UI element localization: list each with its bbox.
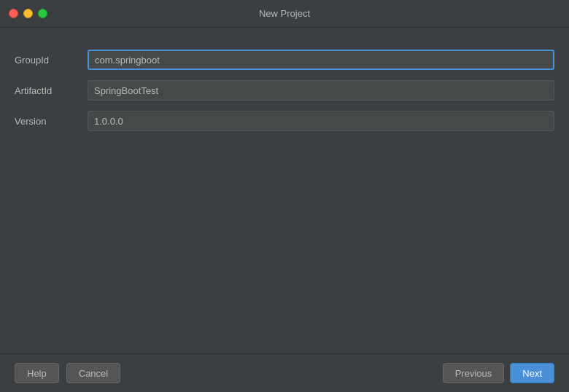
groupid-input[interactable] <box>88 50 554 70</box>
footer-left: Help Cancel <box>15 363 120 383</box>
groupid-label: GroupId <box>15 55 80 66</box>
help-button[interactable]: Help <box>15 363 59 383</box>
window-title: New Project <box>259 8 310 19</box>
artifactid-row: ArtifactId <box>15 80 554 101</box>
version-label: Version <box>15 116 80 127</box>
traffic-lights <box>9 9 47 18</box>
footer: Help Cancel Previous Next <box>0 353 569 392</box>
footer-right: Previous Next <box>443 363 554 383</box>
previous-button[interactable]: Previous <box>443 363 505 383</box>
groupid-row: GroupId <box>15 50 554 70</box>
artifactid-label: ArtifactId <box>15 85 80 96</box>
main-content: GroupId ArtifactId Version <box>0 28 569 353</box>
title-bar: New Project <box>0 0 569 28</box>
version-row: Version <box>15 111 554 131</box>
minimize-button[interactable] <box>23 9 33 18</box>
version-input[interactable] <box>88 111 554 131</box>
next-button[interactable]: Next <box>510 363 554 383</box>
form-section: GroupId ArtifactId Version <box>15 50 554 131</box>
close-button[interactable] <box>9 9 18 18</box>
cancel-button[interactable]: Cancel <box>66 363 120 383</box>
artifactid-input[interactable] <box>88 80 554 101</box>
maximize-button[interactable] <box>38 9 47 18</box>
